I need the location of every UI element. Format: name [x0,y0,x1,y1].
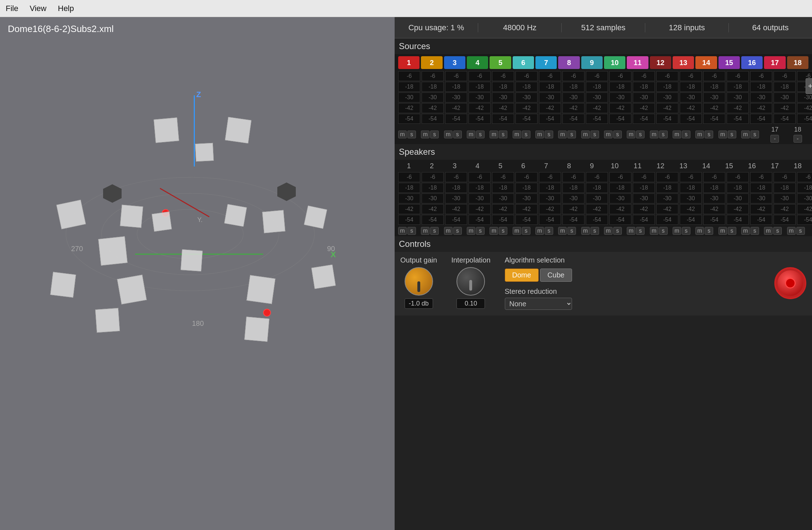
src-ms-18: 18 [794,126,801,133]
spk-num-2[interactable]: 2 [421,162,442,170]
stereo-select[interactable]: None Low Medium High [505,298,572,310]
src-badge-16[interactable]: 16 [741,56,763,69]
cube-8[interactable] [262,210,285,233]
status-bar: Cpu usage: 1 % 48000 Hz 512 samples 128 … [395,17,812,38]
inputs: 128 inputs [645,23,729,32]
spk-num-11[interactable]: 11 [627,162,648,170]
spk-ms-row: ms ms ms ms ms ms ms ms ms ms ms ms ms m… [395,226,812,236]
spk-meter-row-6: -6 -6 -6 -6 -6 -6 -6 -6 -6 -6 -6 -6 -6 -… [395,172,812,183]
cube-button[interactable]: Cube [540,269,572,282]
controls-header: Controls [395,236,812,252]
angle-180: 180 [192,319,204,328]
src-meter-row-54: -54 -54 -54 -54 -54 -54 -54 -54 -54 -54 … [395,114,812,124]
controls-section: Controls Output gain -1.0 db Interpolati… [395,236,812,316]
spk-num-10[interactable]: 10 [604,162,625,170]
3d-view-panel: Dome16(8-6-2)Subs2.xml Z X Y. 270 180 90 [0,17,395,530]
src-badge-6[interactable]: 6 [513,56,534,69]
spk-num-7[interactable]: 7 [535,162,557,170]
spk-num-15[interactable]: 15 [718,162,740,170]
spk-num-6[interactable]: 6 [513,162,534,170]
right-panel-scroll[interactable]: Sources 1 2 3 4 5 6 7 8 9 10 11 12 13 14 [395,38,812,530]
algorithm-buttons: Dome Cube [505,269,572,282]
plus-minus-button[interactable]: +/- [806,78,812,94]
cube-4[interactable] [56,200,86,229]
src-badge-2[interactable]: 2 [421,56,442,69]
source-dot-2[interactable] [263,309,271,317]
speakers-header: Speakers [395,144,812,160]
spk-num-17[interactable]: 17 [764,162,785,170]
cube-15[interactable] [311,265,336,289]
interpolation-value: 0.10 [456,298,485,309]
cube-14[interactable] [246,275,275,304]
src-badge-13[interactable]: 13 [673,56,694,69]
cube-3[interactable] [195,143,214,162]
src-badge-11[interactable]: 11 [627,56,648,69]
src-meter-row-30: -30 -30 -30 -30 -30 -30 -30 -30 -30 -30 … [395,92,812,103]
spk-num-9[interactable]: 9 [581,162,603,170]
algorithm-group: Algorithm selection Dome Cube [505,256,572,282]
src-badge-17[interactable]: 17 [764,56,785,69]
canvas-area[interactable]: Z X Y. 270 180 90 [0,17,395,530]
algorithm-label: Algorithm selection [505,256,572,264]
src-badge-5[interactable]: 5 [490,56,511,69]
cube-center[interactable] [117,275,146,304]
cube-12[interactable] [50,272,76,297]
sources-header: Sources [395,38,812,54]
src-badge-12[interactable]: 12 [650,56,671,69]
cube-5[interactable] [120,205,143,228]
spk-meter-row-30: -30 -30 -30 -30 -30 -30 -30 -30 -30 -30 … [395,194,812,204]
menu-view[interactable]: View [30,4,46,13]
src-badge-9[interactable]: 9 [581,56,603,69]
src-meter-row-18: -18 -18 -18 -18 -18 -18 -18 -18 -18 -18 … [395,82,812,92]
cube-7[interactable] [224,204,247,227]
src-badge-8[interactable]: 8 [558,56,579,69]
src-badge-4[interactable]: 4 [467,56,488,69]
spk-num-12[interactable]: 12 [650,162,671,170]
right-panel: Cpu usage: 1 % 48000 Hz 512 samples 128 … [395,17,812,530]
cpu-usage: Cpu usage: 1 % [395,23,478,32]
cube-11[interactable] [181,249,203,271]
samples: 512 samples [562,23,645,32]
angle-270: 270 [71,245,83,253]
src-meter-row-6: -6 -6 -6 -6 -6 -6 -6 -6 -6 -6 -6 -6 -6 -… [395,71,812,82]
src-badge-18[interactable]: 18 [787,56,808,69]
interpolation-knob[interactable] [456,267,485,296]
spk-num-16[interactable]: 16 [741,162,763,170]
src-badge-3[interactable]: 3 [444,56,465,69]
spk-num-18[interactable]: 18 [787,162,808,170]
spk-num-14[interactable]: 14 [695,162,717,170]
cube-9[interactable] [304,206,327,229]
src-badge-10[interactable]: 10 [604,56,625,69]
record-button[interactable] [774,267,806,299]
src-badge-7[interactable]: 7 [535,56,557,69]
src-ms-row: ms ms ms ms ms ms ms ms ms ms ms ms ms m… [395,124,812,144]
cube-6[interactable] [152,212,172,232]
spk-meter-row-54: -54 -54 -54 -54 -54 -54 -54 -54 -54 -54 … [395,215,812,226]
menu-help[interactable]: Help [58,4,74,13]
spk-meter-row-18: -18 -18 -18 -18 -18 -18 -18 -18 -18 -18 … [395,183,812,194]
cube-16[interactable] [244,317,269,341]
cube-13[interactable] [95,308,120,333]
dome-button[interactable]: Dome [505,269,539,282]
menu-file[interactable]: File [6,4,18,13]
spk-num-1[interactable]: 1 [398,162,420,170]
output-gain-label: Output gain [400,256,437,264]
interpolation-label: Interpolation [451,256,490,264]
cube-1[interactable] [154,117,179,143]
algorithm-stereo-group: Algorithm selection Dome Cube Stereo red… [505,256,572,310]
sources-section: Sources 1 2 3 4 5 6 7 8 9 10 11 12 13 14 [395,38,812,144]
cube-10[interactable] [98,236,127,265]
spk-num-13[interactable]: 13 [673,162,694,170]
src-badge-1[interactable]: 1 [398,56,420,69]
output-gain-knob[interactable] [405,267,433,296]
stereo-group: Stereo reduction None Low Medium High [505,287,572,310]
spk-num-5[interactable]: 5 [490,162,511,170]
src-badge-15[interactable]: 15 [718,56,740,69]
spk-num-8[interactable]: 8 [558,162,579,170]
cube-2[interactable] [225,117,252,144]
src-badge-14[interactable]: 14 [695,56,717,69]
spk-num-4[interactable]: 4 [467,162,488,170]
outputs: 64 outputs [729,23,812,32]
source-badges-row: 1 2 3 4 5 6 7 8 9 10 11 12 13 14 15 16 1 [395,54,812,71]
spk-num-3[interactable]: 3 [444,162,465,170]
